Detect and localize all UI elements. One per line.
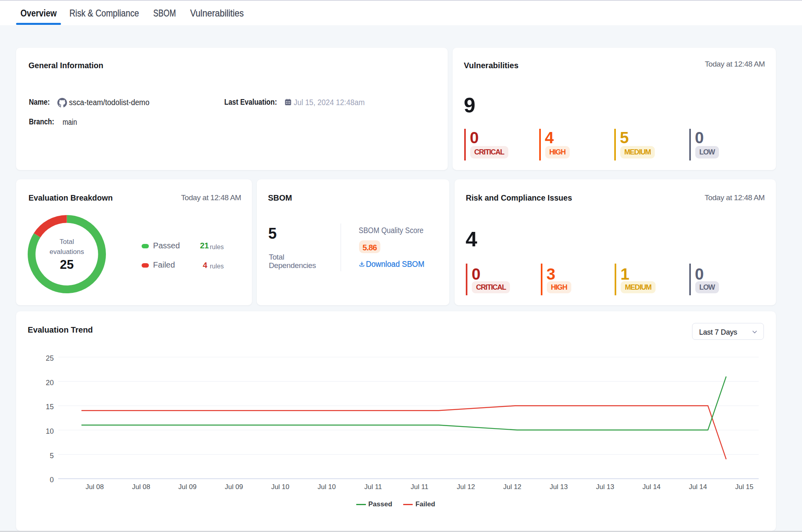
svg-text:Jul 13: Jul 13 — [596, 483, 614, 491]
svg-text:Jul 09: Jul 09 — [225, 483, 243, 491]
svg-text:15: 15 — [46, 403, 54, 411]
svg-text:Jul 08: Jul 08 — [85, 483, 104, 491]
svg-text:Jul 12: Jul 12 — [457, 483, 475, 491]
svg-text:Jul 08: Jul 08 — [132, 483, 150, 491]
svg-text:Jul 13: Jul 13 — [550, 483, 568, 491]
svg-text:Jul 11: Jul 11 — [364, 483, 382, 491]
svg-text:25: 25 — [46, 354, 54, 362]
svg-text:5: 5 — [50, 452, 54, 460]
svg-text:0: 0 — [50, 476, 54, 484]
svg-text:Jul 11: Jul 11 — [411, 483, 428, 491]
svg-text:10: 10 — [46, 427, 54, 435]
svg-text:Jul 12: Jul 12 — [503, 483, 521, 491]
svg-text:Jul 15: Jul 15 — [735, 483, 753, 491]
svg-text:Failed: Failed — [415, 500, 435, 508]
svg-text:Jul 10: Jul 10 — [271, 483, 289, 491]
svg-text:Jul 14: Jul 14 — [689, 483, 707, 491]
svg-text:Passed: Passed — [368, 500, 392, 508]
svg-text:20: 20 — [46, 379, 54, 387]
svg-text:Jul 10: Jul 10 — [318, 483, 336, 491]
svg-text:Jul 09: Jul 09 — [179, 483, 197, 491]
svg-text:Jul 14: Jul 14 — [642, 483, 660, 491]
